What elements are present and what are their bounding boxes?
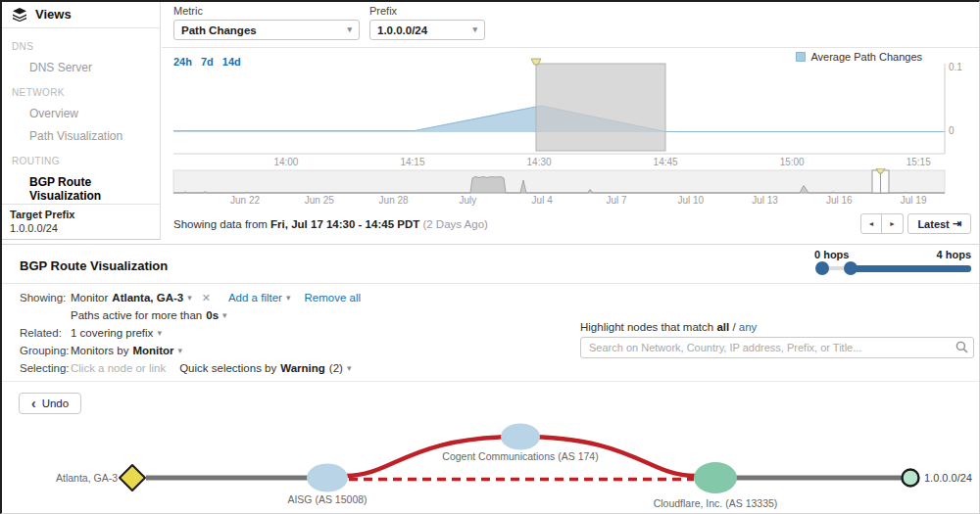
selecting-label: Selecting:	[20, 362, 71, 374]
chevron-left-icon	[31, 397, 36, 410]
chevron-down-icon	[472, 25, 477, 34]
axis-tick: 15:15	[906, 157, 931, 167]
chevron-down-icon	[286, 294, 291, 303]
filter-row-related: Related: 1 covering prefix	[20, 325, 162, 341]
showing-label: Showing:	[20, 292, 71, 304]
highlight-any-option[interactable]: any	[739, 321, 758, 333]
prefix-node-circle[interactable]	[903, 470, 919, 487]
related-prefix-dropdown[interactable]: 1 covering prefix	[71, 327, 162, 339]
status-prefix: Showing data from	[173, 218, 268, 230]
showing-data-status: Showing data from Fri, Jul 17 14:30 - 14…	[173, 218, 488, 230]
selecting-hint: Click a node or link	[71, 362, 166, 374]
axis-tick: Jul 7	[606, 195, 626, 206]
chevron-down-icon	[157, 329, 162, 338]
paths-active-dropdown[interactable]: Paths active for more than 0s	[71, 309, 227, 321]
metric-value: Path Changes	[181, 24, 257, 36]
axis-tick: Jun 25	[305, 195, 334, 206]
remove-monitor-filter-icon[interactable]	[202, 292, 211, 304]
layers-icon	[12, 8, 27, 22]
hops-range-slider: 0 hops 4 hops	[814, 249, 971, 278]
axis-tick: 15:00	[780, 157, 805, 167]
grouping-dropdown[interactable]: Monitors by Monitor	[71, 345, 182, 356]
timeline-panel: Views DNS DNS Server NETWORK Overview Pa…	[2, 2, 979, 245]
metric-select[interactable]: Path Changes	[173, 20, 360, 40]
quick-selections-dropdown[interactable]: Quick selections by Warning (2)	[179, 362, 351, 374]
chevron-down-icon	[178, 347, 183, 355]
divider	[2, 283, 979, 284]
add-filter-label: Add a filter	[228, 292, 282, 304]
context-band[interactable]	[173, 170, 945, 193]
search-icon	[956, 341, 968, 353]
axis-tick: Jun 22	[230, 195, 260, 206]
nav-section-routing: ROUTING	[12, 156, 150, 166]
sidebar-item-overview[interactable]: Overview	[29, 107, 154, 120]
target-prefix-value: 1.0.0.0/24	[10, 222, 152, 234]
axis-tick: Jul 4	[532, 195, 553, 206]
latest-label: Latest	[917, 218, 949, 230]
context-x-axis-ticks: Jun 22Jun 25Jun 28JulyJul 4Jul 7Jul 10Ju…	[173, 195, 945, 207]
quick-selections-value: Warning	[280, 362, 325, 374]
time-step-buttons	[860, 213, 904, 234]
paths-active-value: 0s	[206, 309, 219, 321]
previous-interval-button[interactable]	[860, 213, 882, 234]
grouping-prefix: Monitors by	[71, 345, 128, 356]
chevron-down-icon	[187, 294, 192, 303]
divider	[2, 381, 979, 382]
hops-slider-handle-right[interactable]	[844, 261, 858, 275]
hops-slider-handle-left[interactable]	[815, 261, 829, 275]
bgp-visualization-panel: BGP Route Visualization 0 hops 4 hops Sh…	[2, 246, 979, 513]
y-axis-tick-min: 0	[949, 125, 955, 136]
monitor-filter-dropdown[interactable]: Monitor Atlanta, GA-3	[71, 292, 192, 304]
time-selection-region[interactable]	[536, 64, 665, 151]
monitor-node-label: Atlanta, GA-3	[56, 472, 118, 484]
paths-active-prefix: Paths active for more than	[71, 309, 202, 321]
sidebar-item-bgp-route-visualization[interactable]: BGP Route Visualization	[29, 175, 154, 203]
prefix-value: 1.0.0.0/24	[377, 24, 427, 36]
axis-tick: 14:30	[527, 157, 552, 167]
y-axis-tick-max: 0.1	[949, 62, 962, 72]
hops-slider-fill	[851, 265, 971, 272]
undo-label: Undo	[42, 397, 70, 409]
related-label: Related:	[20, 327, 71, 339]
monitor-node-diamond[interactable]	[120, 465, 145, 491]
axis-tick: 14:15	[400, 157, 424, 167]
node-search-input[interactable]	[580, 337, 974, 358]
axis-tick: July	[459, 195, 476, 206]
prefix-select[interactable]: 1.0.0.0/24	[369, 20, 485, 40]
cogent-node-label: Cogent Communications (AS 174)	[442, 450, 598, 462]
sidebar-item-path-visualization[interactable]: Path Visualization	[29, 129, 154, 143]
status-time-range: Fri, Jul 17 14:30 - 14:45 PDT	[270, 218, 419, 230]
timeline-main: Metric Path Changes Prefix 1.0.0.0/24 24…	[162, 2, 979, 245]
as-node-cogent[interactable]	[501, 424, 540, 450]
as-node-aisg[interactable]	[307, 464, 348, 492]
status-ago: (2 Days Ago)	[422, 218, 487, 230]
monitor-prefix: Monitor	[71, 292, 108, 304]
metric-field: Metric Path Changes	[173, 5, 360, 40]
prefix-node-label: 1.0.0.0/24	[924, 472, 972, 484]
search-wrap	[580, 337, 974, 358]
bgp-section-title: BGP Route Visualization	[20, 258, 168, 273]
prefix-label: Prefix	[369, 5, 485, 17]
context-timeline	[162, 168, 980, 195]
hops-min-label: 0 hops	[814, 249, 849, 260]
views-header: Views	[2, 2, 160, 28]
highlight-all-option[interactable]: all	[716, 321, 729, 333]
add-filter-link[interactable]: Add a filter	[228, 292, 291, 304]
metric-controls-row: Metric Path Changes Prefix 1.0.0.0/24	[162, 2, 979, 48]
chevron-down-icon	[222, 311, 227, 320]
hops-labels: 0 hops 4 hops	[814, 249, 971, 260]
axis-tick: 14:00	[273, 157, 298, 167]
axis-tick: Jul 16	[826, 195, 853, 206]
sidebar-item-dns-server[interactable]: DNS Server	[29, 61, 154, 74]
cloudflare-node-label: Cloudflare, Inc. (AS 13335)	[654, 497, 778, 509]
as-node-cloudflare[interactable]	[694, 462, 737, 493]
next-interval-button[interactable]	[882, 213, 904, 234]
latest-button[interactable]: Latest	[907, 213, 971, 234]
remove-all-link[interactable]: Remove all	[304, 292, 361, 304]
chart-x-axis-ticks: 14:0014:1514:3014:4515:0015:15	[173, 157, 945, 168]
chevron-down-icon	[347, 25, 352, 34]
bgp-route-graph: Atlanta, GA-3 AISG (AS 15008) Cogent Com…	[2, 409, 980, 514]
target-prefix-block: Target Prefix 1.0.0.0/24	[2, 204, 160, 239]
chevron-down-icon	[347, 364, 352, 373]
highlight-block: Highlight nodes that match all / any	[580, 321, 974, 358]
